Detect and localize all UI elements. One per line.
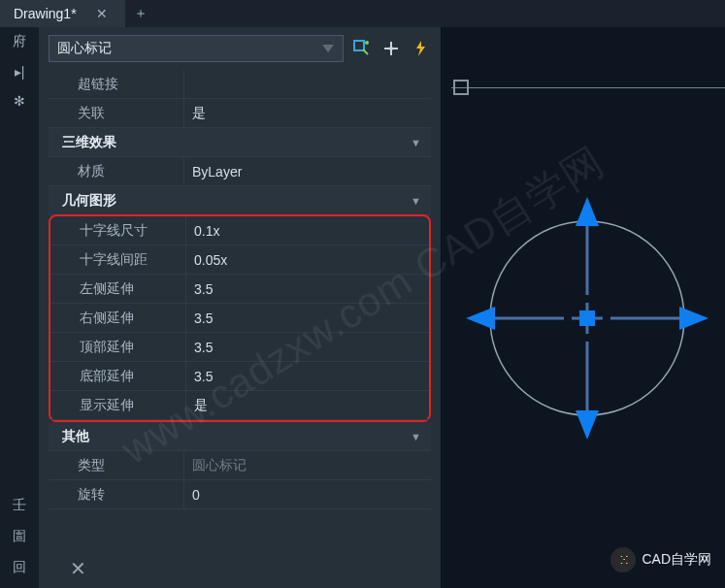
prop-label: 十字线间距 xyxy=(50,245,186,274)
close-tab-icon[interactable]: ✕ xyxy=(92,6,112,21)
prop-label: 材质 xyxy=(49,157,184,185)
table-row[interactable]: 顶部延伸 3.5 xyxy=(50,333,429,362)
table-row[interactable]: 类型 圆心标记 xyxy=(49,451,431,480)
svg-marker-0 xyxy=(322,45,334,52)
svg-rect-11 xyxy=(579,310,595,326)
drawing-canvas[interactable] xyxy=(442,27,725,588)
quick-select-icon[interactable] xyxy=(351,38,373,59)
prop-value[interactable]: 0.1x xyxy=(186,216,429,245)
prop-label: 显示延伸 xyxy=(50,391,186,419)
tab-title: Drawing1* xyxy=(14,6,77,21)
wechat-icon: ⵘ xyxy=(610,547,636,572)
prop-label: 左侧延伸 xyxy=(50,275,186,303)
svg-marker-15 xyxy=(679,307,709,330)
rail-bottom-icon-3[interactable]: 回 xyxy=(13,559,26,576)
table-row[interactable]: 十字线尺寸 0.1x xyxy=(50,216,429,245)
section-title: 三维效果 xyxy=(62,134,116,151)
table-row[interactable]: 关联 是 xyxy=(49,99,431,128)
drawing-content xyxy=(442,27,725,588)
table-row[interactable]: 超链接 xyxy=(49,70,431,99)
lightning-icon[interactable] xyxy=(410,38,431,59)
prop-label: 超链接 xyxy=(49,70,184,98)
table-row[interactable]: 右侧延伸 3.5 xyxy=(50,304,429,333)
prop-value[interactable]: 3.5 xyxy=(186,362,429,390)
svg-point-2 xyxy=(365,41,369,45)
highlighted-region: 十字线尺寸 0.1x 十字线间距 0.05x 左侧延伸 3.5 右侧延伸 3.5… xyxy=(49,214,431,422)
table-row[interactable]: 显示延伸 是 xyxy=(50,391,429,420)
table-row[interactable]: 材质 ByLayer xyxy=(49,157,431,186)
svg-marker-14 xyxy=(466,307,495,330)
table-row[interactable]: 底部延伸 3.5 xyxy=(50,362,429,391)
chevron-down-icon: ▼ xyxy=(411,137,421,148)
prop-label: 右侧延伸 xyxy=(50,304,186,332)
object-type-selector[interactable]: 圆心标记 xyxy=(49,35,344,62)
brand-text: CAD自学网 xyxy=(642,551,711,569)
svg-marker-13 xyxy=(576,410,599,440)
prop-label: 关联 xyxy=(49,99,184,127)
chevron-down-icon: ▼ xyxy=(411,431,421,442)
bottom-close-icon[interactable]: ✕ xyxy=(70,557,86,580)
properties-panel: 圆心标记 超链接 关联 是 xyxy=(39,27,442,588)
file-tab[interactable]: Drawing1* ✕ xyxy=(0,0,125,27)
prop-value[interactable]: 3.5 xyxy=(186,333,429,361)
left-rail: 府 ▸| ✻ ✕ 壬 圁 回 xyxy=(0,27,39,588)
prop-value: 圆心标记 xyxy=(184,451,431,479)
prop-value[interactable]: 0.05x xyxy=(186,245,429,274)
rail-glyph-1: 府 xyxy=(13,33,26,50)
chevron-down-icon: ▼ xyxy=(411,195,421,207)
table-row[interactable]: 旋转 0 xyxy=(49,480,431,509)
prop-label: 底部延伸 xyxy=(50,362,186,390)
section-geometry[interactable]: 几何图形 ▼ xyxy=(49,186,431,215)
gear-icon[interactable]: ✻ xyxy=(14,93,25,109)
prop-label: 类型 xyxy=(49,451,184,479)
brand-badge: ⵘ CAD自学网 xyxy=(610,547,711,572)
svg-point-3 xyxy=(389,47,393,50)
target-icon[interactable] xyxy=(380,38,402,59)
prop-value[interactable]: 是 xyxy=(186,391,429,419)
selector-value: 圆心标记 xyxy=(57,40,112,57)
prop-value[interactable]: 3.5 xyxy=(186,304,429,332)
section-title: 几何图形 xyxy=(62,192,116,210)
add-tab-button[interactable]: ＋ xyxy=(125,0,156,27)
section-other[interactable]: 其他 ▼ xyxy=(49,422,431,451)
prop-label: 顶部延伸 xyxy=(50,333,186,361)
prop-value[interactable]: ByLayer xyxy=(184,157,431,185)
prop-value[interactable] xyxy=(184,70,431,98)
dropdown-caret-icon xyxy=(321,44,335,53)
section-title: 其他 xyxy=(62,428,89,445)
svg-marker-12 xyxy=(576,197,599,226)
prop-label: 旋转 xyxy=(49,480,184,508)
prop-value[interactable]: 3.5 xyxy=(186,275,429,303)
prop-label: 十字线尺寸 xyxy=(50,216,186,245)
table-row[interactable]: 十字线间距 0.05x xyxy=(50,245,429,275)
chevron-in-icon[interactable]: ▸| xyxy=(15,64,25,80)
rail-bottom-icon-1[interactable]: 壬 xyxy=(13,497,26,514)
prop-value[interactable]: 0 xyxy=(184,480,431,508)
svg-rect-1 xyxy=(354,41,364,50)
prop-value[interactable]: 是 xyxy=(184,99,431,127)
section-3d-effects[interactable]: 三维效果 ▼ xyxy=(49,128,431,157)
rail-bottom-icon-2[interactable]: 圁 xyxy=(13,528,26,545)
table-row[interactable]: 左侧延伸 3.5 xyxy=(50,275,429,304)
